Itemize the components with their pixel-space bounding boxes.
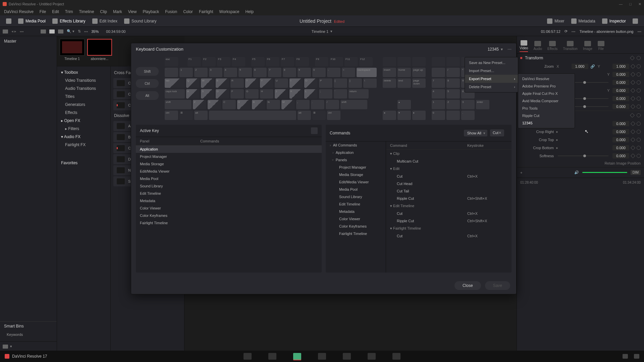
- clear-icon[interactable]: ✕: [498, 131, 501, 135]
- result-row[interactable]: Cut Tail: [386, 187, 512, 195]
- panel-row[interactable]: Application: [136, 145, 322, 153]
- menu-fairlight[interactable]: Fairlight: [196, 9, 216, 15]
- menu-davinci[interactable]: DaVinci Resolve: [1, 9, 36, 15]
- result-row[interactable]: Ripple CutCtrl+Shift+X: [386, 217, 512, 225]
- result-row[interactable]: Cut Head: [386, 180, 512, 187]
- tab-effects[interactable]: Effects: [547, 41, 557, 52]
- panel-row[interactable]: Edit Timeline: [136, 190, 322, 197]
- thumb-view-icon[interactable]: [49, 29, 55, 34]
- preset-avid[interactable]: Avid Media Composer: [518, 97, 575, 105]
- preset-selector[interactable]: 12345: [488, 47, 499, 52]
- result-row[interactable]: Ripple CutCtrl+Shift+X: [386, 195, 512, 202]
- add-icon[interactable]: +: [520, 171, 522, 175]
- sound-library-button[interactable]: Sound Library: [121, 17, 160, 25]
- tab-file[interactable]: File: [598, 41, 604, 52]
- menu-help[interactable]: Help: [243, 9, 256, 15]
- effects-node[interactable]: Effects: [57, 109, 110, 117]
- result-row[interactable]: Multicam Cut: [386, 158, 512, 165]
- preset-ripplecut[interactable]: Ripple Cut: [518, 112, 575, 119]
- result-row[interactable]: CutCtrl+X: [386, 173, 512, 180]
- settings-icon[interactable]: [634, 354, 639, 359]
- tree-leaf[interactable]: Color Keyframes: [326, 223, 386, 230]
- tree-leaf[interactable]: Edit/Media Viewer: [326, 178, 386, 186]
- metadata-button[interactable]: Metadata: [568, 17, 599, 25]
- menu-trim[interactable]: Trim: [62, 9, 76, 15]
- chevron-down-icon[interactable]: [501, 47, 503, 52]
- menu-workspace[interactable]: Workspace: [217, 9, 242, 15]
- list-view-icon[interactable]: [41, 29, 46, 34]
- panel-row[interactable]: Metadata: [136, 197, 322, 204]
- openfx-node[interactable]: ▸ Open FX: [57, 117, 110, 125]
- tree-leaf[interactable]: Color Viewer: [326, 215, 386, 223]
- menu-clip[interactable]: Clip: [97, 9, 110, 15]
- bin-view-icon[interactable]: [3, 29, 8, 34]
- menu-edit[interactable]: Edit: [49, 9, 62, 15]
- link-icon[interactable]: 🔗: [590, 64, 595, 69]
- panels-node[interactable]: Panels: [326, 156, 386, 164]
- import-preset-item[interactable]: Import Preset...: [465, 67, 518, 75]
- preset-fcpx[interactable]: Apple Final Cut Pro X: [518, 90, 575, 97]
- result-group[interactable]: ▾ Edit: [386, 165, 512, 173]
- mixer-button[interactable]: Mixer: [544, 17, 568, 25]
- keywords-bin[interactable]: Keywords: [0, 330, 57, 339]
- minimize-icon[interactable]: —: [619, 2, 623, 6]
- clip-thumb[interactable]: Timeline 1: [60, 39, 85, 63]
- clip-thumb[interactable]: abonniere...: [87, 39, 112, 63]
- tab-video[interactable]: Video: [520, 40, 528, 52]
- speaker-icon[interactable]: 🔊: [574, 170, 579, 175]
- filters-node[interactable]: ▸ Filters: [57, 125, 110, 133]
- expand-button[interactable]: [629, 17, 641, 25]
- dim-button[interactable]: DIM: [631, 170, 641, 175]
- tree-leaf[interactable]: Project Manager: [326, 164, 386, 171]
- menu-file[interactable]: File: [37, 9, 49, 15]
- tab-audio[interactable]: Audio: [533, 41, 542, 52]
- panel-row[interactable]: Fairlight Timeline: [136, 219, 322, 227]
- options-icon[interactable]: ⋯: [507, 47, 512, 52]
- chevron-down-icon[interactable]: ▾: [330, 29, 332, 34]
- key-right[interactable]: ▸: [412, 111, 426, 120]
- show-all-select[interactable]: Show All: [464, 130, 487, 136]
- tab-image[interactable]: Image: [583, 41, 592, 52]
- menu-fusion[interactable]: Fusion: [162, 9, 180, 15]
- fullscreen-button[interactable]: [3, 17, 15, 25]
- master-bin[interactable]: Master: [0, 36, 57, 46]
- search-icon[interactable]: 🔍 ▾: [67, 29, 74, 34]
- fairlightfx-node[interactable]: Fairlight FX: [57, 141, 110, 149]
- all-commands[interactable]: All Commands: [326, 141, 386, 149]
- keyframe-icon[interactable]: [630, 56, 635, 60]
- result-row[interactable]: CutCtrl+X: [386, 210, 512, 217]
- preset-12345[interactable]: 12345: [518, 119, 575, 127]
- alt-modifier[interactable]: Alt: [136, 91, 159, 100]
- transform-section[interactable]: Transform: [517, 54, 644, 62]
- loop-icon[interactable]: ⟳: [565, 29, 568, 34]
- maximize-icon[interactable]: □: [629, 2, 632, 6]
- volume-slider[interactable]: [582, 172, 627, 173]
- key-f1[interactable]: F1: [187, 57, 201, 66]
- generators-node[interactable]: Generators: [57, 101, 110, 109]
- key-down[interactable]: ▾: [397, 111, 411, 120]
- favorites-node[interactable]: Favorites: [57, 159, 110, 167]
- close-icon[interactable]: ✕: [638, 2, 641, 6]
- close-button[interactable]: Close: [454, 281, 481, 290]
- zoom-value[interactable]: 35%: [91, 29, 99, 34]
- key-space[interactable]: [209, 111, 296, 120]
- page-deliver[interactable]: [392, 353, 400, 360]
- page-media[interactable]: [244, 353, 252, 360]
- result-group[interactable]: ▾ Fairlight Timeline: [386, 225, 512, 232]
- preset-protools[interactable]: Pro Tools: [518, 105, 575, 112]
- reset-icon[interactable]: [637, 64, 641, 68]
- effects-library-button[interactable]: Effects Library: [49, 17, 89, 25]
- menu-mark[interactable]: Mark: [110, 9, 125, 15]
- preset-premiere[interactable]: Adobe Premiere Pro: [518, 82, 575, 90]
- panel-row[interactable]: Color Keyframes: [136, 212, 322, 219]
- ctrl-modifier[interactable]: Ctrl: [136, 79, 159, 88]
- save-preset-item[interactable]: Save as New Preset...: [465, 59, 518, 67]
- video-transitions[interactable]: Video Transitions: [57, 76, 110, 84]
- result-group[interactable]: ▾ Edit Timeline: [386, 202, 512, 210]
- tree-leaf[interactable]: Media Storage: [326, 171, 386, 178]
- page-fusion[interactable]: [318, 353, 326, 360]
- shift-modifier[interactable]: Shift: [136, 67, 159, 76]
- mini-timeline[interactable]: 01:28:40:00 01:34:24:00: [517, 178, 644, 187]
- tree-leaf[interactable]: Fairlight Timeline: [326, 230, 386, 237]
- media-pool-button[interactable]: Media Pool: [15, 17, 49, 25]
